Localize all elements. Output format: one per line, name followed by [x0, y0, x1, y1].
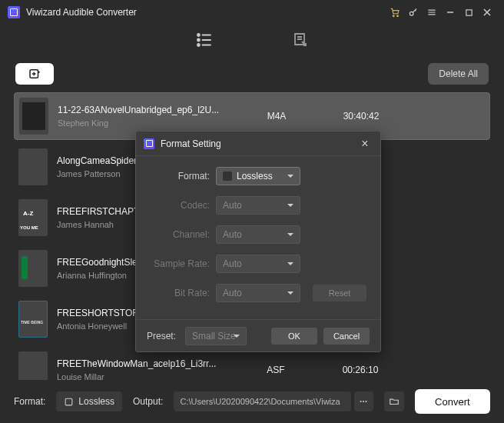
format-setting-dialog: Format Setting × Format: Lossless Codec:…	[135, 131, 381, 352]
format-select-icon	[223, 172, 232, 181]
app-icon	[8, 6, 20, 18]
svg-point-4	[197, 34, 200, 36]
cart-icon[interactable]	[386, 3, 404, 22]
album-art	[18, 301, 48, 338]
cancel-button[interactable]: Cancel	[323, 328, 370, 345]
track-format: M4A	[234, 111, 319, 122]
track-author: Stephen King	[58, 118, 234, 128]
format-label: Format:	[14, 396, 45, 407]
dialog-title: Format Setting	[161, 138, 221, 149]
preset-label: Preset:	[147, 331, 176, 341]
ok-button[interactable]: OK	[271, 328, 317, 345]
reset-button[interactable]: Reset	[313, 285, 366, 301]
channel-select: Auto	[216, 225, 300, 244]
svg-rect-3	[466, 9, 471, 15]
open-folder-button[interactable]	[384, 391, 404, 411]
format-icon	[64, 397, 74, 407]
album-art	[19, 98, 48, 135]
svg-point-2	[410, 12, 413, 15]
format-select[interactable]: Lossless	[216, 167, 300, 185]
svg-rect-8	[66, 398, 73, 405]
footer: Format: Lossless Output: C:\Users\U20200…	[0, 380, 504, 423]
more-button[interactable]	[354, 391, 374, 411]
format-chip[interactable]: Lossless	[56, 391, 122, 411]
track-format: ASF	[234, 365, 318, 375]
track-title: 11-22-63ANovelUnabridged_ep6_l2U...	[58, 105, 234, 115]
preset-select: Small Size	[185, 327, 247, 345]
dialog-icon	[144, 138, 154, 149]
convert-button[interactable]: Convert	[415, 389, 490, 414]
svg-point-9	[360, 401, 362, 402]
menu-icon[interactable]	[423, 3, 441, 22]
toolbar	[0, 25, 504, 55]
codec-select: Auto	[216, 196, 300, 215]
key-icon[interactable]	[404, 3, 423, 22]
album-art	[18, 250, 48, 287]
svg-point-0	[393, 15, 394, 17]
samplerate-select: Auto	[216, 255, 300, 273]
format-value: Lossless	[78, 396, 114, 407]
album-art	[18, 148, 48, 185]
action-bar: Delete All	[0, 55, 504, 92]
svg-point-5	[197, 39, 200, 42]
channel-field-label: Channel:	[150, 229, 216, 240]
svg-point-11	[366, 401, 367, 402]
samplerate-field-label: Sample Rate:	[150, 258, 216, 269]
bitrate-field-label: Bit Rate:	[150, 288, 216, 298]
minimize-button[interactable]	[441, 3, 459, 22]
maximize-button[interactable]	[459, 3, 478, 22]
track-duration: 30:40:42	[319, 111, 403, 122]
output-path: C:\Users\U2020090422\Documents\Viwiza	[174, 391, 350, 411]
list-view-icon[interactable]	[194, 30, 214, 50]
edit-view-icon[interactable]	[291, 31, 310, 49]
codec-field-label: Codec:	[150, 200, 216, 211]
format-field-label: Format:	[150, 171, 216, 182]
close-button[interactable]	[478, 3, 496, 22]
dialog-close-button[interactable]: ×	[357, 137, 373, 151]
svg-point-1	[397, 15, 399, 17]
add-file-button[interactable]	[15, 63, 54, 85]
output-label: Output:	[133, 396, 163, 407]
track-title: FREETheWindowMan_acelp16_Li3rr...	[57, 358, 234, 369]
svg-point-10	[363, 401, 364, 402]
bitrate-select: Auto	[216, 284, 300, 302]
track-duration: 00:26:10	[318, 365, 403, 375]
svg-point-6	[197, 44, 200, 46]
album-art	[18, 199, 48, 236]
title-bar: Viwizard Audible Converter	[0, 0, 504, 25]
delete-all-button[interactable]: Delete All	[428, 63, 489, 85]
app-title: Viwizard Audible Converter	[26, 7, 137, 18]
